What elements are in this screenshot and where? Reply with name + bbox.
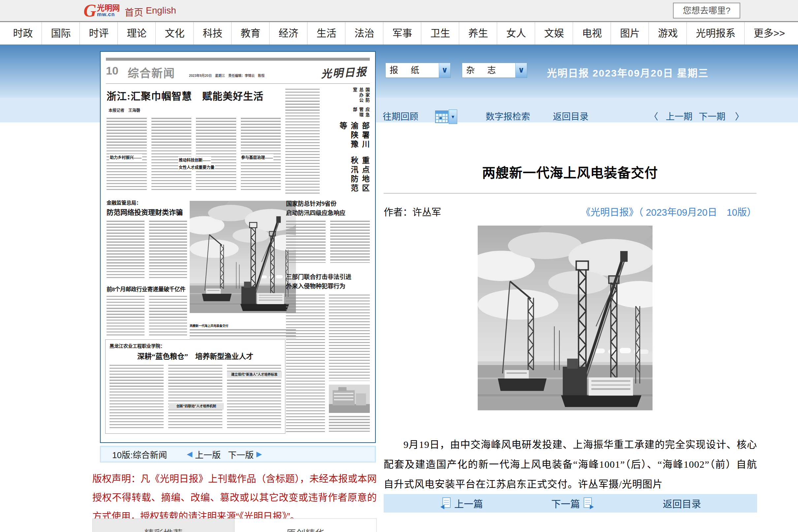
text-block xyxy=(329,294,370,381)
text-block xyxy=(151,118,192,192)
finance-kicker: 金融监管总局： xyxy=(107,199,141,206)
back-to-catalog-link[interactable]: 返回目录 xyxy=(553,110,589,124)
vertical-kicker-line2: 应急管理部 xyxy=(326,107,370,121)
nav-item-jiaoyu[interactable]: 教育 xyxy=(232,22,269,44)
nav-item-guoji[interactable]: 国际 xyxy=(42,22,80,44)
arrow-right-icon[interactable]: ▶ xyxy=(256,450,262,458)
prev-article-button[interactable]: 上一篇 xyxy=(440,496,483,510)
issue-date-label: 光明日报 2023年09月20日 星期三 xyxy=(547,65,709,79)
calendar-icon[interactable] xyxy=(435,110,449,124)
page-number: 10 xyxy=(106,64,118,77)
caption-title: 两艘新一代海上风电装备交付 xyxy=(190,324,228,327)
nav-item-jingji[interactable]: 经济 xyxy=(269,22,307,44)
english-link[interactable]: English xyxy=(146,5,176,16)
newspaper-photo xyxy=(190,194,296,320)
text-block xyxy=(329,416,370,432)
text-block xyxy=(330,221,370,263)
logo-domain-text: mw.cn xyxy=(97,12,120,17)
arrow-left-icon[interactable]: ◀ xyxy=(187,450,192,458)
top-header: G 光明网 mw.cn 首页 English 您想去哪里? xyxy=(0,0,798,21)
school-subhead-2: 建立现代“新渔人”人才培养标准 xyxy=(227,372,282,378)
nav-item-youxi[interactable]: 游戏 xyxy=(649,22,687,44)
nav-item-fazhi[interactable]: 法治 xyxy=(345,22,383,44)
next-article-button[interactable]: 下一篇 xyxy=(551,496,594,510)
school-headline: 深耕“蓝色粮仓” 培养新型渔业人才 xyxy=(106,350,285,361)
school-subhead-1: 创新“四联动”人才培养机制 xyxy=(169,403,224,410)
finance-text-columns xyxy=(107,221,187,279)
edition-info: 2023年9月20日 星期三 责任编辑：李锦云 陈恒 xyxy=(189,73,265,78)
text-block xyxy=(110,365,164,430)
magazine-select[interactable]: 杂 志 ∨ xyxy=(462,63,527,78)
nav-item-weisheng[interactable]: 卫生 xyxy=(421,22,459,44)
nav-item-more[interactable]: 更多>> xyxy=(744,22,794,44)
next-page-link[interactable]: 下一版 xyxy=(228,448,254,460)
gmw-logo[interactable]: G 光明网 mw.cn xyxy=(83,1,120,20)
home-link[interactable]: 首页 xyxy=(125,5,143,18)
lead-headline: 浙江:汇聚巾帼智慧 赋能美好生活 xyxy=(107,88,304,102)
article-source: 《光明日报》（ 2023年09月20日 10版） xyxy=(581,205,756,218)
next-issue-link[interactable]: 下一期 xyxy=(699,110,725,124)
building-photo xyxy=(329,384,370,413)
text-block xyxy=(286,294,325,432)
page-section: 综合新闻 xyxy=(128,64,175,80)
page-top-rule xyxy=(106,58,370,61)
back-to-catalog-button[interactable]: 返回目录 xyxy=(663,496,701,510)
tab-originals[interactable]: 原创精华 xyxy=(234,518,377,532)
pager-label: 10版:综合新闻 xyxy=(112,448,167,460)
text-block xyxy=(149,296,187,336)
nav-item-shizheng[interactable]: 时政 xyxy=(4,22,42,44)
nav-item-yangsheng[interactable]: 养生 xyxy=(459,22,497,44)
paper-select-value: 报 纸 xyxy=(386,63,439,77)
text-block xyxy=(190,329,296,338)
nav-item-lilun[interactable]: 理论 xyxy=(118,22,156,44)
nav-item-shiping[interactable]: 时评 xyxy=(80,22,118,44)
lead-kicker-3: 参与基层治理—— xyxy=(241,154,273,160)
past-issues-link[interactable]: 往期回顾 xyxy=(383,110,418,124)
nav-item-tupian[interactable]: 图片 xyxy=(611,22,649,44)
digital-search-link[interactable]: 数字报检索 xyxy=(486,110,530,124)
vertical-headline: 国家防总办公室 应急管理部 部署川渝陕豫等 重点地区秋汛防范 xyxy=(324,88,370,196)
text-block xyxy=(149,221,187,279)
nav-item-wenhua[interactable]: 文化 xyxy=(156,22,194,44)
article-author: 作者：许丛军 xyxy=(384,205,441,218)
next-doc-icon xyxy=(583,497,594,510)
species-headline-line2: 外来入侵物种犯罪行为 xyxy=(286,281,345,290)
lead-kicker-1: 助力乡村振兴—— xyxy=(109,154,142,160)
bottom-tabs: 精彩推荐 原创精华 xyxy=(92,518,377,532)
text-block xyxy=(168,365,222,430)
nav-item-nvren[interactable]: 女人 xyxy=(497,22,535,44)
calendar-dropdown-icon[interactable]: ▼ xyxy=(449,110,457,124)
angle-left-icon[interactable]: 〈 xyxy=(649,110,658,124)
flood-headline-line1: 国家防总针对9省份 xyxy=(286,199,337,207)
nav-item-baoxi[interactable]: 光明报系 xyxy=(687,22,744,44)
nav-item-junshi[interactable]: 军事 xyxy=(383,22,421,44)
prev-issue-link[interactable]: 上一期 xyxy=(666,110,692,124)
text-block xyxy=(196,118,236,192)
postal-text-columns xyxy=(107,296,187,336)
back-to-catalog-label: 返回目录 xyxy=(663,496,701,510)
main-nav: 时政 国际 时评 理论 文化 科技 教育 经济 生活 法治 军事 卫生 养生 女… xyxy=(0,22,798,44)
prev-page-link[interactable]: 上一版 xyxy=(195,448,221,460)
tab-highlights[interactable]: 精彩推荐 xyxy=(92,518,234,532)
chevron-down-icon[interactable]: ∨ xyxy=(439,63,450,77)
newspaper-photo-caption: 两艘新一代海上风电装备交付 xyxy=(190,322,296,338)
nav-item-wenyu[interactable]: 文娱 xyxy=(535,22,573,44)
paper-select[interactable]: 报 纸 ∨ xyxy=(385,63,451,78)
lead-kicker-2: 推动科技创新—— xyxy=(178,157,211,163)
nav-item-shenghuo[interactable]: 生活 xyxy=(307,22,345,44)
prev-doc-icon xyxy=(440,497,451,510)
angle-right-icon[interactable]: 〉 xyxy=(735,110,744,124)
chevron-down-icon[interactable]: ∨ xyxy=(515,63,527,77)
nav-item-keji[interactable]: 科技 xyxy=(194,22,232,44)
text-block xyxy=(285,89,320,194)
nav-item-dianshi[interactable]: 电视 xyxy=(573,22,611,44)
newspaper-page-panel[interactable]: 10 综合新闻 2023年9月20日 星期三 责任编辑：李锦云 陈恒 光明日报 … xyxy=(100,51,376,443)
postal-headline: 前8个月邮政行业寄递量破千亿件 xyxy=(107,285,185,293)
school-article-box: 黑龙江农业工程职业学院： 深耕“蓝色粮仓” 培养新型渔业人才 创新“四联动”人才… xyxy=(105,339,285,434)
magazine-select-value: 杂 志 xyxy=(462,63,515,77)
search-input[interactable]: 您想去哪里? xyxy=(673,3,740,18)
flood-text-columns xyxy=(286,221,370,263)
calendar-picker[interactable]: ▼ xyxy=(435,110,457,124)
text-block xyxy=(107,221,145,279)
vertical-headline-line1: 部署川渝陕豫等 xyxy=(327,122,370,157)
